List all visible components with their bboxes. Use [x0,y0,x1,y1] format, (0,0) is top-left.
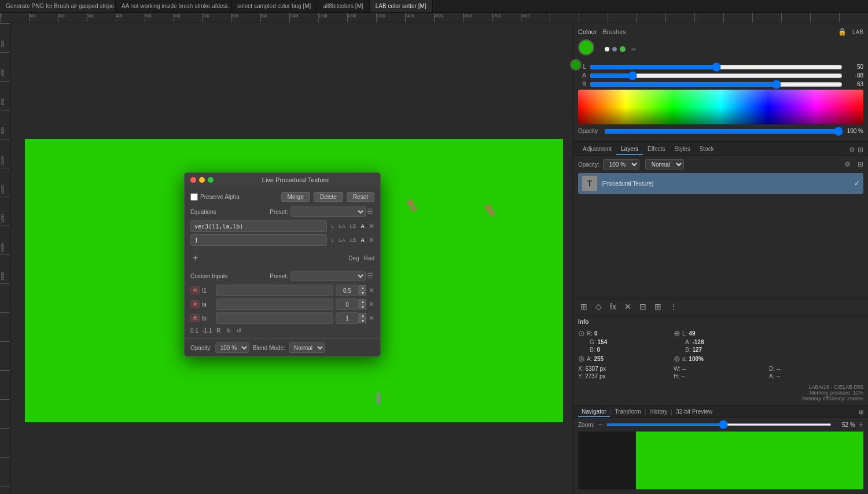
window-minimize-button[interactable] [199,177,205,183]
preset-menu-icon[interactable]: ☰ [366,207,374,217]
rad-button[interactable]: Rad [364,255,374,261]
panel-expand-icon[interactable]: ⊞ [858,146,863,154]
layers-blend-select[interactable]: Normal [645,159,684,169]
opacity-select[interactable]: 100 % [215,342,249,353]
info-R-label: R: [587,330,593,337]
deg-button[interactable]: Deg [348,255,359,261]
colour-tab[interactable]: Colour [578,28,597,35]
canvas-area[interactable]: ⊕ ⊕ Live Procedural Texture Preserve Alp… [10,23,573,494]
background-swatch[interactable] [570,59,582,71]
stepper-down-l1[interactable]: ▼ [359,290,366,296]
delete-button[interactable]: Delete [314,192,343,202]
eq-tag-LA-1[interactable]: LA [337,223,347,230]
xyz-rotate-icon[interactable]: ↻ [225,327,232,334]
layer-item-procedural-texture[interactable]: T (Procedural Texture) ✓ [578,173,863,194]
stepper-up-l1[interactable]: ▲ [359,285,366,290]
opacity-slider[interactable] [604,129,843,134]
tab-1[interactable]: Generate PNG for Brush air gapped stripe… [0,0,116,12]
custom-preset-menu-icon[interactable]: ☰ [366,271,374,281]
lab-slider-B-input[interactable] [590,82,843,87]
color-spectrum[interactable] [578,90,863,124]
var-input-lb[interactable] [216,312,333,324]
layers-tool-duplicate[interactable]: ⊞ [652,301,664,312]
memory-pressure-text: Memory pressure: 12% [578,390,863,396]
layers-tool-new[interactable]: ⊟ [637,301,649,312]
layers-tool-fx[interactable]: fx [608,301,619,312]
zoom-plus-button[interactable]: + [859,420,863,429]
tab-styles[interactable]: Styles [670,144,694,155]
layers-tool-adjustment[interactable]: ◇ [593,301,604,312]
custom-preset-select[interactable] [290,271,366,281]
xyz-r-btn[interactable]: R [215,327,222,334]
eq-tag-A-1[interactable]: A [359,223,367,230]
tab-layers[interactable]: Layers [616,144,643,155]
layers-settings-icon[interactable]: ⊞ [858,160,863,168]
custom-delete-la[interactable]: ✕ [369,300,374,308]
window-close-button[interactable] [190,177,196,183]
layers-tool-more[interactable]: ⋮ [667,301,680,312]
color-picker-icon[interactable] [612,47,617,51]
custom-delete-lb[interactable]: ✕ [369,314,374,322]
stepper-up-lb[interactable]: ▲ [359,313,366,318]
crosshair-icon-1: ⊕ [674,329,681,338]
nav-tab-32bit[interactable]: 32-bit Preview [672,407,716,417]
tab-4[interactable]: all8bitcolors [M] [317,0,369,12]
tab-5[interactable]: LAB color setter [M] [370,0,433,12]
color-wheel-icon[interactable] [605,47,609,51]
foreground-swatch[interactable] [578,39,594,56]
tab-adjustment[interactable]: Adjustment [578,144,616,155]
lab-slider-A-input[interactable] [590,73,843,78]
equation-input-2[interactable] [190,234,327,246]
blend-mode-select[interactable]: Normal [289,342,325,353]
num-input-lb[interactable] [336,312,359,324]
layer-visible-check[interactable]: ✓ [854,179,860,187]
eq-tag-L-2[interactable]: L [329,237,336,244]
nav-tab-history[interactable]: History [646,407,671,417]
nav-tab-navigator[interactable]: Navigator [578,407,610,417]
tab-2[interactable]: AA not working inside brush stroke.afdes… [116,0,231,12]
layers-tool-new-pixel[interactable]: ⊞ [578,301,590,312]
layers-gear-icon[interactable]: ⚙ [844,160,851,168]
tab-3[interactable]: select sampled color bug [M] [231,0,317,12]
nav-expand-icon[interactable]: ⊞ [859,409,863,415]
nav-tab-transform[interactable]: Transform [611,407,644,417]
eq-tag-LA-2[interactable]: LA [337,237,347,244]
custom-delete-l1[interactable]: ✕ [369,286,374,294]
info-A3-value: -- [776,373,780,379]
reset-button[interactable]: Reset [347,192,374,202]
var-input-l1[interactable] [216,285,333,296]
equation-delete-2[interactable]: ✕ [369,236,374,244]
eq-tag-LB-1[interactable]: LB [348,223,358,230]
num-input-l1[interactable] [336,285,359,296]
stepper-down-lb[interactable]: ▼ [359,318,366,323]
zoom-minus-button[interactable]: − [598,420,602,429]
layers-opacity-select[interactable]: 100 % [603,159,639,169]
navigator-preview[interactable] [578,432,863,489]
info-a-label: a: [682,356,687,362]
navigator-tabs: Navigator | Transform | History | 32-bit… [573,405,868,418]
window-maximize-button[interactable] [208,177,214,183]
xyz-reset-icon[interactable]: ↺ [236,327,242,334]
panel-settings-icon[interactable]: ⚙ [849,146,855,154]
color-set-icon[interactable] [620,46,626,52]
edit-icon[interactable]: ✏ [631,46,636,53]
eq-tag-L-1[interactable]: L [329,223,336,230]
num-input-la[interactable] [336,298,359,310]
tab-effects[interactable]: Effects [643,144,670,155]
brushes-tab[interactable]: Brushes [602,28,626,35]
stepper-down-la[interactable]: ▼ [359,304,366,309]
add-equation-button[interactable]: + [190,253,200,263]
preserve-alpha-checkbox[interactable] [190,193,198,201]
layers-tool-delete[interactable]: ✕ [622,301,634,312]
eq-tag-LB-2[interactable]: LB [348,237,358,244]
tab-stock[interactable]: Stock [695,144,719,155]
var-input-la[interactable] [216,298,333,310]
lab-slider-L-input[interactable] [590,65,843,69]
equations-preset-select[interactable] [290,207,366,217]
merge-button[interactable]: Merge [281,192,310,202]
equation-input-1[interactable] [190,220,327,232]
eq-tag-A-2[interactable]: A [359,237,367,244]
zoom-slider[interactable] [606,423,832,426]
equation-delete-1[interactable]: ✕ [369,222,374,230]
stepper-up-la[interactable]: ▲ [359,299,366,304]
